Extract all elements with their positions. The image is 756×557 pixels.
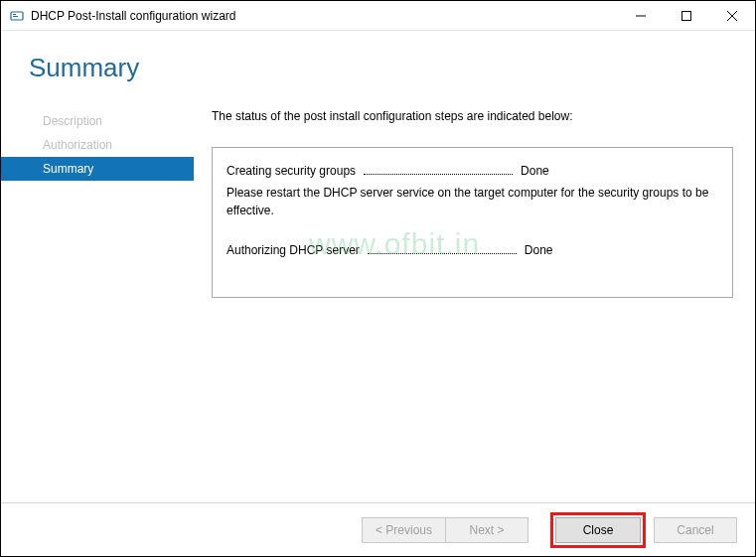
sidebar-item-summary[interactable]: Summary	[1, 157, 194, 181]
close-button[interactable]: Close	[555, 517, 641, 543]
page-title: Summary	[29, 53, 755, 83]
dotted-leader	[368, 253, 517, 254]
next-button: Next >	[445, 517, 529, 543]
dotted-leader	[364, 174, 513, 175]
maximize-button[interactable]	[664, 1, 709, 30]
status-box: Creating security groups Done Please res…	[212, 147, 733, 298]
status-note: Please restart the DHCP server service o…	[227, 184, 718, 219]
wizard-window: DHCP Post-Install configuration wizard S…	[0, 0, 756, 557]
close-button-highlight: Close	[550, 512, 646, 548]
sidebar-item-description: Description	[1, 109, 194, 133]
window-title: DHCP Post-Install configuration wizard	[31, 9, 618, 23]
window-close-button[interactable]	[709, 1, 755, 30]
cancel-button: Cancel	[654, 517, 737, 543]
wizard-header: Summary	[1, 31, 755, 105]
status-row-security-groups: Creating security groups Done	[227, 162, 718, 180]
status-label: Creating security groups	[227, 162, 356, 180]
sidebar-item-authorization: Authorization	[1, 133, 194, 157]
content-area: The status of the post install configura…	[194, 105, 755, 502]
minimize-button[interactable]	[618, 1, 664, 30]
svg-rect-2	[13, 16, 18, 17]
sidebar: Description Authorization Summary	[1, 105, 194, 502]
wizard-footer: < Previous Next > Close Cancel	[1, 502, 755, 556]
status-row-authorize: Authorizing DHCP server Done	[227, 241, 718, 259]
svg-rect-4	[682, 11, 691, 20]
intro-text: The status of the post install configura…	[212, 109, 733, 123]
wizard-body: Description Authorization Summary The st…	[1, 105, 755, 502]
status-result: Done	[525, 241, 553, 259]
titlebar: DHCP Post-Install configuration wizard	[1, 1, 755, 31]
previous-button: < Previous	[362, 517, 445, 543]
nav-button-pair: < Previous Next >	[362, 517, 529, 543]
svg-rect-1	[13, 14, 16, 15]
window-controls	[618, 1, 755, 30]
status-label: Authorizing DHCP server	[227, 241, 360, 259]
status-result: Done	[521, 162, 549, 180]
app-icon	[9, 8, 25, 24]
